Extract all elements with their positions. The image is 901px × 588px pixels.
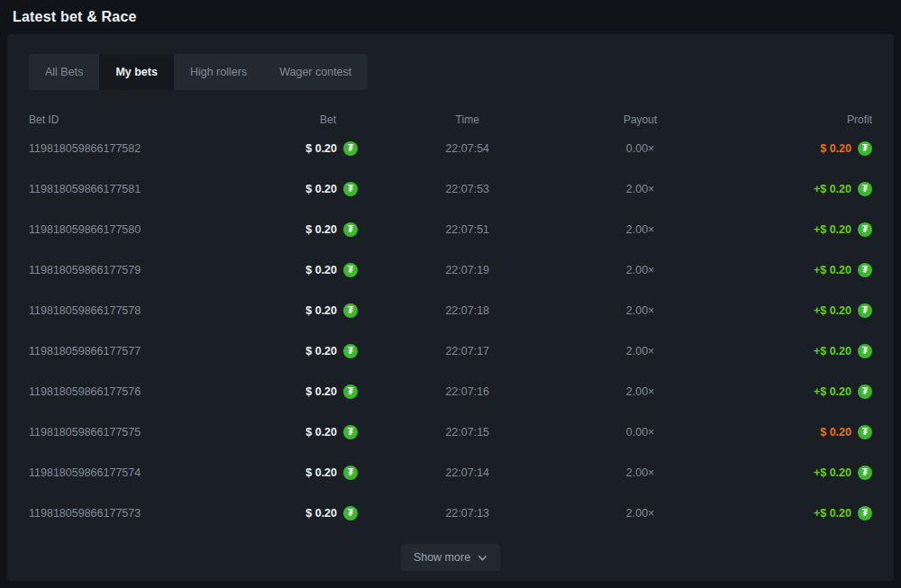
currency-coin-icon: ₮	[343, 425, 358, 439]
bet-profit-value: +$ 0.20	[814, 385, 851, 398]
bet-amount: $ 0.20 ₮	[248, 384, 358, 399]
table-row[interactable]: 119818059866177580 $ 0.20 ₮ 22:07:51 2.0…	[29, 209, 872, 249]
currency-coin-icon: ₮	[858, 506, 872, 520]
header-payout: Payout	[577, 113, 703, 126]
bets-panel: All Bets My bets High rollers Wager cont…	[7, 34, 894, 581]
currency-coin-icon: ₮	[343, 506, 358, 520]
bet-amount: $ 0.20 ₮	[248, 222, 358, 237]
currency-coin-icon: ₮	[343, 182, 358, 196]
bet-payout: 2.00×	[577, 466, 703, 479]
bet-id: 119818059866177579	[29, 264, 248, 276]
currency-coin-icon: ₮	[343, 384, 358, 399]
table-row[interactable]: 119818059866177573 $ 0.20 ₮ 22:07:13 2.0…	[29, 493, 872, 533]
bet-id: 119818059866177577	[29, 345, 248, 357]
currency-coin-icon: ₮	[858, 344, 872, 358]
bet-time: 22:07:17	[358, 345, 577, 357]
table-row[interactable]: 119818059866177579 $ 0.20 ₮ 22:07:19 2.0…	[29, 249, 872, 290]
currency-coin-icon: ₮	[858, 222, 872, 237]
bet-profit-value: +$ 0.20	[814, 264, 851, 276]
bet-profit: +$ 0.20 ₮	[704, 344, 872, 358]
table-row[interactable]: 119818059866177582 $ 0.20 ₮ 22:07:54 0.0…	[29, 128, 872, 168]
tab-all-bets[interactable]: All Bets	[29, 54, 99, 90]
bet-time: 22:07:13	[358, 507, 577, 520]
table-row[interactable]: 119818059866177576 $ 0.20 ₮ 22:07:16 2.0…	[29, 371, 872, 412]
currency-coin-icon: ₮	[858, 384, 872, 399]
tab-my-bets[interactable]: My bets	[99, 54, 174, 90]
bet-profit-value: +$ 0.20	[814, 183, 851, 195]
header-bet: Bet	[248, 113, 358, 126]
bet-amount: $ 0.20 ₮	[248, 303, 358, 318]
currency-coin-icon: ₮	[343, 344, 358, 358]
bet-time: 22:07:19	[358, 264, 577, 276]
bet-profit: +$ 0.20 ₮	[704, 303, 872, 318]
table-header-row: Bet ID Bet Time Payout Profit	[29, 112, 872, 128]
bet-payout: 2.00×	[577, 183, 703, 195]
bet-amount: $ 0.20 ₮	[248, 263, 358, 277]
currency-coin-icon: ₮	[858, 466, 872, 480]
currency-coin-icon: ₮	[343, 466, 358, 480]
bet-profit: +$ 0.20 ₮	[704, 506, 872, 520]
header-profit: Profit	[704, 113, 872, 126]
bet-amount-value: $ 0.20	[305, 466, 337, 479]
currency-coin-icon: ₮	[858, 303, 872, 318]
currency-coin-icon: ₮	[858, 425, 872, 439]
bet-id: 119818059866177574	[29, 466, 248, 479]
bet-amount-value: $ 0.20	[305, 507, 337, 520]
bet-payout: 2.00×	[577, 385, 703, 398]
bet-payout: 2.00×	[577, 304, 703, 317]
show-more-button[interactable]: Show more	[401, 544, 500, 571]
bet-profit-value: $ 0.20	[820, 426, 851, 439]
tab-wager-contest[interactable]: Wager contest	[263, 54, 368, 90]
bet-id: 119818059866177576	[29, 385, 248, 398]
bet-time: 22:07:16	[358, 385, 577, 398]
bet-profit: +$ 0.20 ₮	[704, 182, 872, 196]
bet-profit-value: +$ 0.20	[814, 223, 851, 236]
bet-amount-value: $ 0.20	[305, 142, 337, 155]
bets-table: Bet ID Bet Time Payout Profit 1198180598…	[29, 112, 872, 533]
show-more-label: Show more	[414, 551, 470, 564]
page-header: Latest bet & Race	[0, 0, 901, 34]
table-row[interactable]: 119818059866177577 $ 0.20 ₮ 22:07:17 2.0…	[29, 330, 872, 371]
header-bet-id: Bet ID	[29, 113, 248, 126]
table-row[interactable]: 119818059866177575 $ 0.20 ₮ 22:07:15 0.0…	[29, 412, 872, 452]
bet-profit-value: +$ 0.20	[814, 507, 851, 520]
bet-amount: $ 0.20 ₮	[248, 141, 358, 156]
bet-payout: 2.00×	[577, 223, 703, 236]
bet-profit-value: +$ 0.20	[814, 304, 851, 317]
bet-payout: 2.00×	[577, 264, 703, 276]
tab-high-rollers[interactable]: High rollers	[174, 54, 263, 90]
bet-time: 22:07:54	[358, 142, 577, 155]
chevron-down-icon	[478, 553, 487, 563]
bet-profit: +$ 0.20 ₮	[704, 466, 872, 480]
currency-coin-icon: ₮	[858, 141, 872, 156]
bet-id: 119818059866177575	[29, 426, 248, 439]
bet-time: 22:07:14	[358, 466, 577, 479]
bet-id: 119818059866177581	[29, 183, 248, 195]
bet-amount-value: $ 0.20	[305, 264, 337, 276]
table-row[interactable]: 119818059866177574 $ 0.20 ₮ 22:07:14 2.0…	[29, 452, 872, 493]
bet-profit-value: +$ 0.20	[814, 345, 851, 357]
bets-tabs: All Bets My bets High rollers Wager cont…	[29, 54, 368, 90]
currency-coin-icon: ₮	[858, 263, 872, 277]
bet-time: 22:07:51	[358, 223, 577, 236]
bet-profit: +$ 0.20 ₮	[704, 222, 872, 237]
header-time: Time	[358, 113, 577, 126]
bet-amount-value: $ 0.20	[305, 223, 337, 236]
bet-amount: $ 0.20 ₮	[248, 466, 358, 480]
bet-amount: $ 0.20 ₮	[248, 425, 358, 439]
table-row[interactable]: 119818059866177581 $ 0.20 ₮ 22:07:53 2.0…	[29, 168, 872, 209]
bet-time: 22:07:15	[358, 426, 577, 439]
bet-amount-value: $ 0.20	[305, 345, 337, 357]
bet-amount-value: $ 0.20	[305, 385, 337, 398]
bet-profit-value: +$ 0.20	[814, 466, 851, 479]
bet-amount-value: $ 0.20	[305, 183, 337, 195]
currency-coin-icon: ₮	[343, 222, 358, 237]
bet-profit: +$ 0.20 ₮	[704, 384, 872, 399]
table-row[interactable]: 119818059866177578 $ 0.20 ₮ 22:07:18 2.0…	[29, 290, 872, 330]
bet-id: 119818059866177573	[29, 507, 248, 520]
bet-time: 22:07:53	[358, 183, 577, 195]
bet-payout: 0.00×	[577, 426, 703, 439]
bet-profit-value: $ 0.20	[820, 142, 851, 155]
bet-profit: $ 0.20 ₮	[704, 425, 872, 439]
bet-payout: 2.00×	[577, 345, 703, 357]
